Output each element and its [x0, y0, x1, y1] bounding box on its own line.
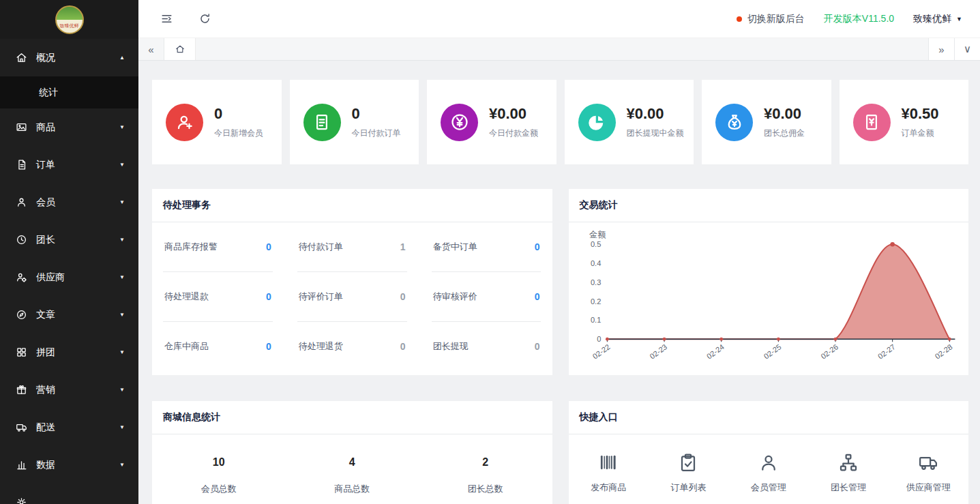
- chart-y-axis-label: 金额: [589, 230, 606, 239]
- chevron-down-icon: ▼: [119, 274, 125, 280]
- quick-entry-item[interactable]: 会员管理: [728, 452, 808, 494]
- chevron-down-icon: ▼: [119, 124, 125, 130]
- todo-value: 0: [266, 341, 271, 352]
- todo-cell[interactable]: 团长提现 0: [432, 322, 541, 371]
- todo-value: 0: [266, 241, 271, 252]
- stat-card-value: ¥0.00: [627, 105, 684, 123]
- todo-panel-title: 待处理事务: [152, 189, 552, 222]
- quick-entry-label: 供应商管理: [906, 481, 951, 494]
- quick-entry-grid: 发布商品订单列表会员管理团长管理供应商管理: [569, 434, 969, 504]
- chevron-down-icon: ▼: [119, 349, 125, 355]
- todo-cell[interactable]: 待处理退款 0: [163, 272, 273, 322]
- account-label: 致臻优鲜: [913, 13, 951, 25]
- chevron-down-icon: ▼: [119, 162, 125, 168]
- collapse-sidebar-button[interactable]: [156, 9, 177, 29]
- todo-cell[interactable]: 备货中订单 0: [432, 222, 541, 272]
- sidebar-subitem-stats[interactable]: 统计: [0, 76, 138, 108]
- todo-value: 0: [535, 341, 540, 352]
- todo-cell[interactable]: 待处理退货 0: [297, 322, 407, 371]
- tabs-scroll-right-button[interactable]: »: [928, 38, 954, 60]
- stat-card[interactable]: ¥0.00 团长提现中金额: [565, 80, 694, 164]
- mall-stat-value: 4: [286, 456, 419, 469]
- chart-data-point: [776, 338, 779, 341]
- sidebar-item-goods[interactable]: 商品▼: [0, 108, 138, 146]
- todo-cell[interactable]: 待付款订单 1: [297, 222, 407, 272]
- todo-label: 待审核评价: [433, 291, 477, 303]
- paid-order-icon: [312, 112, 332, 132]
- sidebar-item-marketing[interactable]: 营销▼: [0, 371, 138, 409]
- supplier-icon: [16, 271, 27, 283]
- stat-card-info: ¥0.00 今日付款金额: [489, 105, 538, 139]
- sidebar-item-members[interactable]: 会员▼: [0, 183, 138, 221]
- sidebar-item-label: 供应商: [36, 271, 119, 284]
- sidebar-item-label: 商品: [36, 121, 119, 134]
- quick-entry-item[interactable]: 发布商品: [569, 452, 649, 494]
- tabs-menu-button[interactable]: ∨: [954, 38, 980, 60]
- logo[interactable]: 致臻优鲜: [0, 0, 138, 39]
- sidebar-item-articles[interactable]: 文章▼: [0, 296, 138, 333]
- stat-card[interactable]: ¥0.00 今日付款金额: [427, 80, 556, 164]
- quick-entry-item[interactable]: 团长管理: [808, 452, 888, 494]
- goods-icon: [16, 121, 27, 133]
- order-amount-icon: [853, 104, 891, 141]
- refresh-button[interactable]: [194, 9, 215, 29]
- todo-label: 待付款订单: [299, 241, 343, 253]
- tabs-scroll-left-button[interactable]: «: [138, 38, 164, 60]
- todo-cell[interactable]: 待评价订单 0: [297, 272, 407, 322]
- mall-stat-label: 商品总数: [286, 483, 419, 495]
- stat-card-label: 今日新增会员: [214, 128, 263, 139]
- transactions-chart: 金额00.10.20.30.40.502-2202-2302-2402-2502…: [573, 229, 962, 375]
- sidebar-item-orders[interactable]: 订单▼: [0, 146, 138, 183]
- delivery-icon: [16, 421, 27, 433]
- sidebar-item-groupbuy[interactable]: 拼团▼: [0, 333, 138, 371]
- sidebar-item-delivery[interactable]: 配送▼: [0, 409, 138, 446]
- chart-x-tick: 02-23: [648, 342, 668, 360]
- mall-stat-item: 4 商品总数: [286, 456, 419, 495]
- order-amount-icon: [861, 112, 882, 132]
- stat-card[interactable]: ¥0.50 订单金额: [840, 80, 969, 164]
- stat-card-info: ¥0.00 团长提现中金额: [627, 105, 684, 139]
- caret-down-icon: ▼: [956, 16, 962, 23]
- quick-entry-label: 团长管理: [831, 481, 866, 494]
- status-dot-icon: [737, 16, 742, 22]
- panels-row-2: 商城信息统计 10 会员总数4 商品总数2 团长总数 快捷入口 发布商品订单列表…: [152, 401, 968, 504]
- transactions-panel: 交易统计 金额00.10.20.30.40.502-2202-2302-2402…: [569, 189, 969, 375]
- quick-entry-item[interactable]: 供应商管理: [889, 452, 968, 494]
- switch-new-admin-label: 切换新版后台: [747, 13, 805, 25]
- stat-card[interactable]: ¥0.00 团长总佣金: [702, 80, 831, 164]
- chart-area-fill: [607, 244, 949, 339]
- quick-entry-item[interactable]: 订单列表: [649, 452, 728, 494]
- quick-entry-label: 订单列表: [670, 481, 706, 494]
- withdraw-icon: [578, 104, 616, 141]
- sidebar-item-label: 配送: [36, 421, 119, 434]
- mall-stats-panel: 商城信息统计 10 会员总数4 商品总数2 团长总数: [152, 401, 552, 504]
- data-icon: [16, 459, 27, 471]
- chart-data-point: [605, 338, 608, 341]
- quick-entry-panel: 快捷入口 发布商品订单列表会员管理团长管理供应商管理: [569, 401, 969, 504]
- stat-card-value: ¥0.00: [489, 105, 538, 123]
- quick-entry-label: 发布商品: [591, 481, 626, 494]
- switch-new-admin-link[interactable]: 切换新版后台: [737, 13, 805, 25]
- sidebar-item-overview[interactable]: 概况▲: [0, 39, 138, 76]
- todo-cell[interactable]: 商品库存报警 0: [163, 222, 273, 272]
- stat-cards-row: 0 今日新增会员 0 今日付款订单 ¥0.00 今日付款金额 ¥0.00 团长提…: [152, 80, 968, 164]
- sidebar-item-label: 团长: [36, 234, 119, 246]
- sidebar-item-data[interactable]: 数据▼: [0, 446, 138, 484]
- todo-value: 0: [535, 291, 540, 302]
- member-manage-icon: [758, 452, 779, 473]
- todo-cell[interactable]: 仓库中商品 0: [163, 322, 273, 371]
- version-link[interactable]: 开发版本V11.5.0: [824, 13, 894, 25]
- mall-stats-grid: 10 会员总数4 商品总数2 团长总数: [152, 434, 552, 504]
- dashboard-content: 0 今日新增会员 0 今日付款订单 ¥0.00 今日付款金额 ¥0.00 团长提…: [138, 61, 980, 504]
- account-menu[interactable]: 致臻优鲜 ▼: [913, 13, 962, 25]
- todo-cell[interactable]: 待审核评价 0: [432, 272, 541, 322]
- stat-card[interactable]: 0 今日新增会员: [152, 80, 282, 164]
- stat-card[interactable]: 0 今日付款订单: [290, 80, 419, 164]
- sidebar-item-suppliers[interactable]: 供应商▼: [0, 258, 138, 296]
- tab-home[interactable]: [164, 38, 196, 60]
- panels-row-1: 待处理事务 商品库存报警 0待付款订单 1备货中订单 0待处理退款 0待评价订单…: [152, 189, 968, 375]
- sidebar-item-more[interactable]: [0, 484, 138, 504]
- gear-icon: [16, 496, 27, 504]
- stat-card-value: 0: [352, 105, 401, 123]
- sidebar-item-leaders[interactable]: 团长▼: [0, 221, 138, 258]
